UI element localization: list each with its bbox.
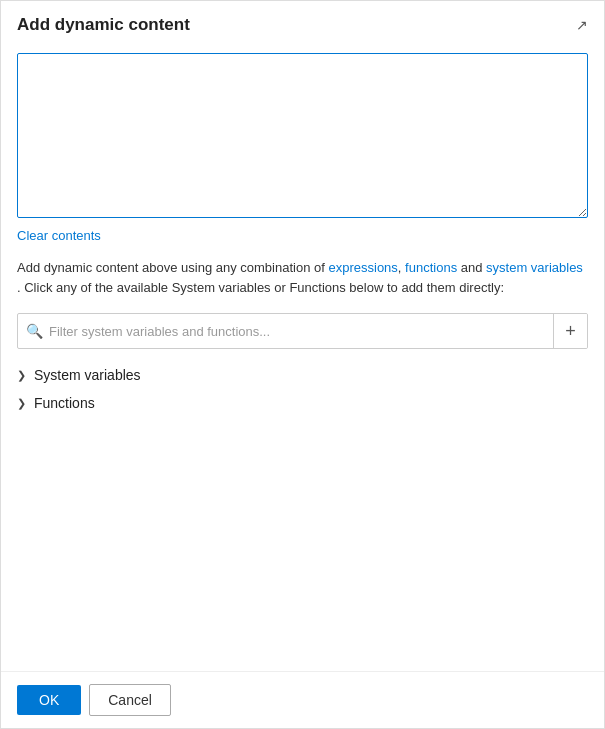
filter-input[interactable] <box>49 317 545 346</box>
functions-chevron-icon: ❯ <box>17 397 26 410</box>
system-variables-section: ❯ System variables <box>17 363 588 387</box>
add-plus-button[interactable]: + <box>553 314 587 348</box>
main-content: Clear contents Add dynamic content above… <box>1 45 604 671</box>
description-text-between2: and <box>457 260 486 275</box>
description-text: Add dynamic content above using any comb… <box>17 258 588 297</box>
system-variables-header[interactable]: ❯ System variables <box>17 363 588 387</box>
functions-section: ❯ Functions <box>17 391 588 415</box>
system-variables-chevron-icon: ❯ <box>17 369 26 382</box>
search-icon: 🔍 <box>26 323 43 339</box>
description-text-before: Add dynamic content above using any comb… <box>17 260 328 275</box>
functions-label: Functions <box>34 395 95 411</box>
expressions-link[interactable]: expressions <box>328 260 397 275</box>
dialog-footer: OK Cancel <box>1 671 604 728</box>
clear-contents-link[interactable]: Clear contents <box>17 228 101 243</box>
description-text-after: . Click any of the available System vari… <box>17 280 504 295</box>
functions-header[interactable]: ❯ Functions <box>17 391 588 415</box>
dialog-header: Add dynamic content ↗ <box>1 1 604 45</box>
description-text-between1: , <box>398 260 405 275</box>
dialog-title: Add dynamic content <box>17 15 190 35</box>
dynamic-content-textarea[interactable] <box>17 53 588 218</box>
filter-row: 🔍 + <box>17 313 588 349</box>
system-variables-link[interactable]: system variables <box>486 260 583 275</box>
filter-input-wrapper: 🔍 <box>18 317 553 346</box>
ok-button[interactable]: OK <box>17 685 81 715</box>
cancel-button[interactable]: Cancel <box>89 684 171 716</box>
expand-icon[interactable]: ↗ <box>576 17 588 33</box>
system-variables-label: System variables <box>34 367 141 383</box>
functions-link[interactable]: functions <box>405 260 457 275</box>
